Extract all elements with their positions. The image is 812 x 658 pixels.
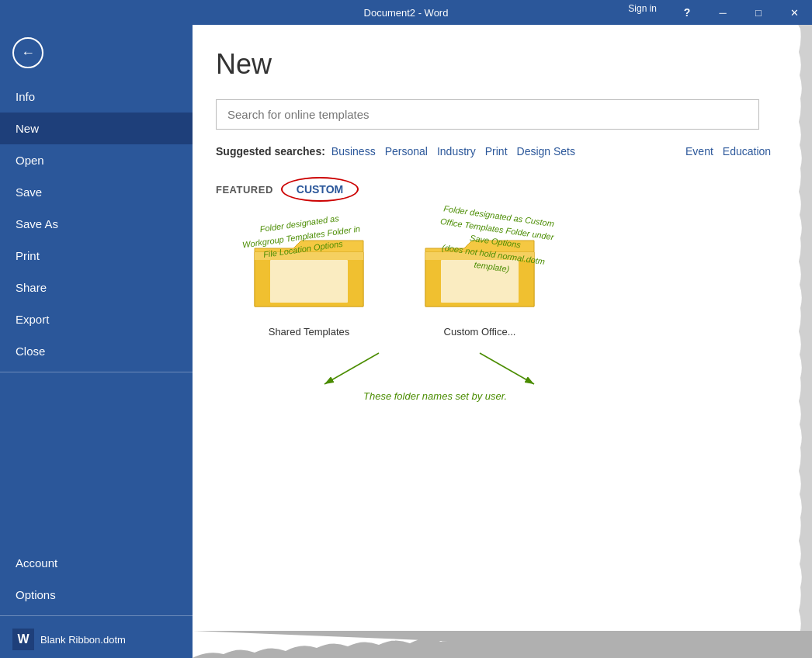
suggested-link-personal[interactable]: Personal [385,142,428,161]
suggested-label: Suggested searches: [216,142,325,161]
templates-area: Folder designated asWorkgroup Templates … [216,225,789,338]
page-title: New [216,48,789,81]
tab-custom[interactable]: CUSTOM [281,177,359,202]
template-item-custom[interactable]: Folder designated as CustomOffice Templa… [418,225,542,338]
template-name-shared: Shared Templates [269,326,350,338]
main-content: New Suggested searches: Business Persona… [193,25,812,658]
blank-ribbon-label: Blank Ribbon.dotm [40,634,126,646]
sidebar-item-info[interactable]: Info [0,81,193,113]
suggested-link-print[interactable]: Print [485,142,508,161]
svg-rect-0 [270,260,348,303]
sidebar-item-open[interactable]: Open [0,144,193,176]
sign-in-label[interactable]: Sign in [628,3,657,14]
suggested-link-design-sets[interactable]: Design Sets [517,142,575,161]
titlebar-title: Document2 - Word [364,7,449,19]
blank-ribbon-item[interactable]: W Blank Ribbon.dotm [0,621,193,658]
tab-featured[interactable]: FEATURED [216,184,273,196]
word-icon: W [12,629,34,650]
minimize-button[interactable]: ─ [705,0,741,25]
template-name-custom: Custom Office... [444,326,516,338]
template-item-shared[interactable]: Folder designated asWorkgroup Templates … [247,225,371,338]
svg-line-3 [480,353,534,384]
folder-wrapper-shared: Folder designated asWorkgroup Templates … [247,225,371,318]
torn-edge-bottom [193,631,812,658]
suggested-link-education[interactable]: Education [723,142,771,161]
sidebar-item-close[interactable]: Close [0,335,193,367]
svg-text:These folder names set by user: These folder names set by user. [363,390,507,402]
suggested-link-industry[interactable]: Industry [437,142,476,161]
torn-bottom-svg [193,631,812,658]
suggested-link-business[interactable]: Business [331,142,376,161]
sidebar-item-save-as[interactable]: Save As [0,208,193,240]
sidebar-item-new[interactable]: New [0,113,193,144]
folder-wrapper-custom: Folder designated as CustomOffice Templa… [418,225,542,318]
suggested-link-event[interactable]: Event [685,142,713,161]
sidebar: ← Info New Open Save Save As Print Share… [0,25,193,658]
suggested-searches: Suggested searches: Business Personal In… [216,142,789,161]
svg-line-2 [324,353,379,384]
sidebar-item-account[interactable]: Account [0,547,193,579]
torn-edge-right [798,25,812,658]
window-controls: ─ □ ✕ [705,0,812,25]
torn-edge-svg [798,25,812,658]
arrows-svg: These folder names set by user. [262,345,651,407]
sidebar-item-print[interactable]: Print [0,240,193,272]
arrows-section: These folder names set by user. [216,345,789,423]
sidebar-item-options[interactable]: Options [0,579,193,611]
sidebar-item-save[interactable]: Save [0,176,193,208]
titlebar: Document2 - Word ? Sign in ─ □ ✕ [0,0,812,25]
back-circle-icon: ← [12,37,43,68]
sidebar-item-export[interactable]: Export [0,303,193,335]
nav-divider-2 [0,615,193,616]
nav-divider-1 [0,372,193,372]
tabs-row: FEATURED CUSTOM [216,177,789,202]
maximize-button[interactable]: □ [741,0,776,25]
app-container: ← Info New Open Save Save As Print Share… [0,25,812,658]
search-input[interactable] [216,99,759,130]
nav-bottom: Account Options W Blank Ribbon.dotm [0,547,193,658]
sidebar-item-share[interactable]: Share [0,272,193,303]
back-button[interactable]: ← [6,31,50,74]
close-button[interactable]: ✕ [776,0,812,25]
help-button[interactable]: ? [669,0,705,25]
